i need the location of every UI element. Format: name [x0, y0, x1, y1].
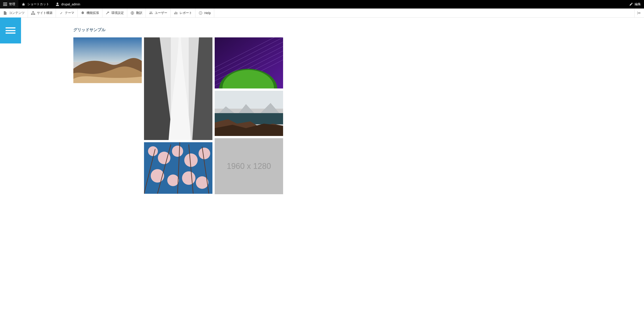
grid-image-snow[interactable]	[144, 37, 212, 140]
puzzle-icon	[81, 11, 85, 15]
translate-menu[interactable]: 翻訳	[127, 9, 146, 18]
report-menu[interactable]: レポート	[170, 9, 196, 18]
svg-rect-5	[33, 14, 34, 15]
sitemap-icon	[31, 11, 35, 15]
image-grid: 1960 x 1280	[73, 37, 644, 194]
shortcut-button[interactable]: ショートカット	[18, 0, 52, 9]
collapse-toolbar-button[interactable]	[634, 9, 644, 18]
manage-toggle[interactable]: 管理	[0, 0, 18, 9]
hamburger-icon	[6, 27, 16, 34]
globe-icon	[130, 11, 134, 15]
svg-point-25	[182, 171, 196, 185]
wand-icon	[59, 11, 63, 15]
help-menu[interactable]: ? Help	[196, 9, 214, 18]
grid-image-purple[interactable]	[215, 37, 283, 88]
page-title: グリッドサンプル	[73, 27, 644, 33]
page-icon	[3, 11, 7, 15]
users-icon	[149, 11, 153, 15]
svg-rect-2	[3, 5, 7, 6]
settings-menu[interactable]: 環境設定	[102, 9, 127, 18]
theme-label: テーマ	[65, 11, 74, 15]
svg-text:?: ?	[200, 12, 201, 14]
svg-rect-6	[34, 14, 35, 15]
user-menu-button[interactable]: drupal_admin	[52, 0, 84, 9]
content-label: コンテンツ	[9, 11, 24, 15]
admin-secondbar: コンテンツ サイト構築 テーマ 機能拡張 環境設定 翻訳 ユーザ	[0, 9, 644, 18]
placeholder-dimensions-label: 1960 x 1280	[227, 161, 271, 171]
translate-label: 翻訳	[136, 11, 142, 15]
svg-rect-9	[176, 12, 176, 14]
star-icon	[22, 2, 26, 6]
svg-point-20	[172, 146, 183, 157]
grid-image-desert[interactable]	[73, 37, 142, 83]
user-icon	[56, 2, 60, 6]
content-menu[interactable]: コンテンツ	[0, 9, 28, 18]
help-label: Help	[204, 11, 211, 15]
structure-menu[interactable]: サイト構築	[28, 9, 56, 18]
svg-rect-0	[3, 3, 7, 3]
svg-point-18	[148, 146, 158, 156]
extension-label: 機能拡張	[86, 11, 99, 15]
pencil-icon	[629, 3, 633, 6]
structure-label: サイト構築	[37, 11, 52, 15]
hamburger-icon	[3, 3, 7, 6]
grid-image-lake[interactable]	[215, 91, 283, 136]
grid-image-blossom[interactable]	[144, 142, 212, 194]
extension-menu[interactable]: 機能拡張	[78, 9, 102, 18]
grid-image-placeholder[interactable]: 1960 x 1280	[215, 138, 283, 194]
svg-rect-3	[32, 11, 34, 12]
side-hamburger-button[interactable]	[0, 18, 21, 44]
svg-rect-10	[177, 12, 177, 14]
user-admin-label: ユーザー	[155, 11, 167, 15]
edit-label: 編集	[634, 2, 641, 6]
svg-rect-8	[174, 13, 175, 15]
collapse-icon	[637, 12, 641, 15]
svg-rect-13	[637, 12, 638, 15]
user-label: drupal_admin	[61, 3, 80, 6]
edit-button[interactable]: 編集	[626, 0, 644, 9]
shortcut-label: ショートカット	[27, 2, 49, 6]
manage-label: 管理	[9, 2, 15, 6]
admin-topbar: 管理 ショートカット drupal_admin 編集	[0, 0, 644, 9]
bar-chart-icon	[174, 11, 178, 15]
theme-menu[interactable]: テーマ	[56, 9, 78, 18]
svg-rect-1	[3, 4, 7, 5]
user-admin-menu[interactable]: ユーザー	[146, 9, 170, 18]
report-label: レポート	[180, 11, 192, 15]
svg-point-21	[184, 153, 198, 167]
wrench-icon	[106, 11, 110, 15]
svg-rect-4	[31, 14, 32, 15]
help-icon: ?	[198, 11, 202, 15]
svg-point-22	[198, 148, 210, 159]
settings-label: 環境設定	[111, 11, 124, 15]
svg-point-24	[167, 175, 179, 186]
